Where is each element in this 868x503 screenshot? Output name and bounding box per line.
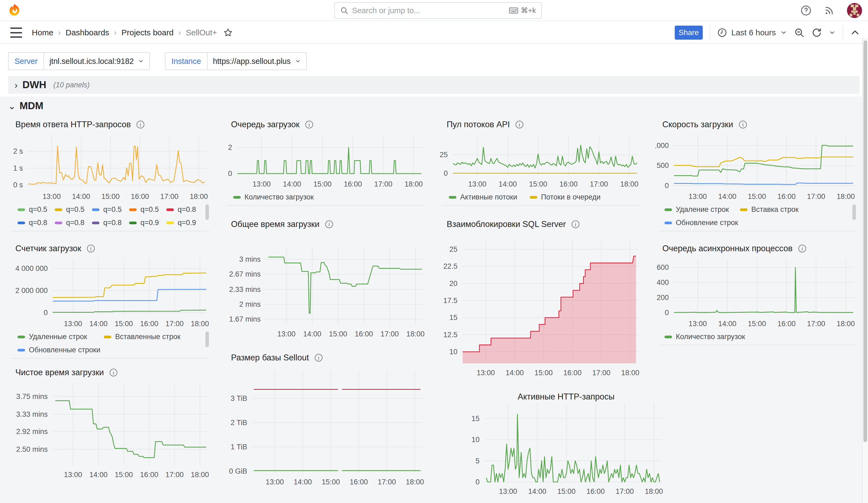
info-icon[interactable] [314, 353, 323, 362]
legend-scrollbar-thumb[interactable] [205, 204, 209, 220]
legend-series-label: Количество загрузок [676, 333, 745, 341]
chevron-down-icon: ⌄ [8, 101, 16, 111]
svg-text:18:00: 18:00 [620, 180, 639, 188]
info-icon[interactable] [325, 220, 333, 228]
menu-icon[interactable] [10, 28, 22, 38]
refresh-interval-dropdown[interactable] [829, 29, 836, 36]
info-icon[interactable] [571, 220, 580, 228]
legend-scrollbar-thumb[interactable] [205, 331, 209, 347]
user-avatar[interactable] [847, 3, 862, 18]
svg-text:3.33 mins: 3.33 mins [16, 410, 48, 418]
panel-title[interactable]: Общее время загрузки [231, 219, 319, 229]
time-series-plot[interactable]: 2.50 mins2.92 mins3.33 mins3.75 mins13:0… [8, 364, 213, 486]
share-button[interactable]: Share [675, 25, 703, 40]
svg-text:18:00: 18:00 [406, 478, 424, 486]
svg-text:17:00: 17:00 [166, 471, 184, 479]
legend-item[interactable]: Удаленные строк [18, 333, 104, 341]
svg-text:14:00: 14:00 [528, 487, 546, 495]
legend-item[interactable]: q=0.8 [166, 205, 204, 214]
legend-item[interactable]: q=0.5 [55, 205, 92, 214]
info-icon[interactable] [109, 368, 118, 377]
chevron-up-icon [850, 28, 860, 38]
panel-title[interactable]: Очередь асинхронных процессов [662, 244, 793, 253]
page-scrollbar-thumb[interactable] [864, 40, 867, 442]
zoom-out-icon [794, 28, 804, 38]
info-icon[interactable] [305, 120, 313, 129]
row-dwh[interactable]: › DWH (10 panels) [8, 76, 859, 94]
breadcrumb-dashboards[interactable]: Dashboards [65, 28, 109, 37]
legend-item[interactable]: q=0.9 [129, 219, 166, 227]
legend-item[interactable]: Удаление строк [664, 205, 740, 214]
time-series-plot[interactable]: 05101513:0014:0015:0016:0017:0018:00 [458, 388, 674, 503]
row-dwh-title: DWH [22, 79, 46, 91]
search-input[interactable]: Search or jump to... ⌘+k [334, 2, 542, 19]
panel-title[interactable]: Время ответа HTTP-запросов [16, 120, 131, 130]
svg-text:16:00: 16:00 [131, 193, 149, 201]
zoom-out-button[interactable] [794, 28, 804, 38]
info-icon[interactable] [515, 120, 524, 129]
legend-item[interactable]: Вставленные строк [104, 333, 190, 341]
time-series-plot[interactable]: 1.67 mins2 mins2.33 mins2.67 mins3 mins1… [224, 216, 428, 338]
legend-item[interactable]: Потоки в очереди [530, 193, 611, 201]
svg-text:18:00: 18:00 [406, 330, 425, 338]
legend-item[interactable]: q=0.5 [92, 205, 129, 214]
help-icon[interactable] [800, 5, 812, 16]
page-scrollbar[interactable] [862, 38, 868, 503]
legend-item[interactable]: Обновленные строки [18, 346, 104, 354]
panel-title[interactable]: Чистое время загрузки [16, 368, 104, 377]
panel-title[interactable]: Размер базы Sellout [231, 353, 309, 362]
panel-title[interactable]: Скорость загрузки [662, 120, 733, 130]
legend-item[interactable]: Количество загрузок [233, 193, 416, 201]
legend-item[interactable]: Активные потоки [449, 193, 530, 201]
svg-text:15:00: 15:00 [115, 320, 133, 328]
legend-series-color [166, 222, 174, 224]
legend-item[interactable]: q=0.5 [18, 205, 55, 214]
panel-p3: Пул потоков API02513:0014:0015:0016:0017… [440, 116, 644, 200]
grafana-logo[interactable] [8, 3, 22, 18]
row-mdm[interactable]: ⌄ MDM [8, 100, 43, 112]
legend-series-label: Обновление строк [676, 219, 738, 227]
refresh-button[interactable] [812, 28, 822, 38]
legend-item[interactable]: Обновление строк [664, 219, 740, 227]
breadcrumb-home[interactable]: Home [32, 28, 53, 37]
collapse-topbar-button[interactable] [850, 28, 860, 38]
legend-item[interactable]: q=0.8 [55, 219, 92, 227]
panel-p1: Время ответа HTTP-запросов0 s1 s2 s13:00… [8, 116, 213, 225]
legend-series-color [664, 208, 672, 211]
svg-text:16:00: 16:00 [777, 193, 796, 201]
legend-scrollbar-thumb[interactable] [852, 204, 856, 220]
favorite-star-icon[interactable] [224, 28, 232, 37]
legend-item[interactable]: q=0.5 [129, 205, 166, 214]
legend-item[interactable]: q=0.8 [18, 219, 55, 227]
variable-server: Server jtnl.sellout.ics.local:9182 [8, 52, 150, 70]
svg-text:16:00: 16:00 [777, 320, 796, 328]
panel-header: Скорость загрузки [662, 120, 747, 130]
svg-text:10: 10 [450, 348, 457, 356]
legend-item[interactable]: q=0.9 [166, 219, 204, 227]
panel-title[interactable]: Пул потоков API [447, 120, 510, 130]
panel-title[interactable]: Взаимоблокировки SQL Server [447, 219, 566, 229]
legend-item[interactable]: Количество загрузок [664, 333, 848, 341]
svg-text:2 000 000: 2 000 000 [16, 287, 48, 295]
info-icon[interactable] [136, 120, 145, 129]
info-icon[interactable] [798, 244, 807, 253]
panel-title[interactable]: Счетчик загрузок [16, 244, 81, 253]
variable-server-value[interactable]: jtnl.sellout.ics.local:9182 [44, 52, 150, 70]
svg-text:16:00: 16:00 [587, 487, 605, 495]
legend-item[interactable]: Вставка строк [740, 205, 815, 214]
time-range-picker[interactable]: Last 6 hours [717, 28, 787, 38]
svg-text:15:00: 15:00 [115, 471, 133, 479]
svg-text:16:00: 16:00 [140, 320, 158, 328]
breadcrumb-projects-board[interactable]: Projects board [121, 28, 173, 37]
time-series-plot[interactable]: 1012.51517.52022.52513:0014:0015:0016:00… [440, 216, 644, 377]
panel-title[interactable]: Очередь загрузок [231, 120, 299, 130]
legend-series-label: Удаление строк [676, 205, 729, 214]
info-icon[interactable] [86, 244, 95, 253]
svg-text:0: 0 [665, 182, 669, 190]
legend-item[interactable]: q=0.8 [92, 219, 129, 227]
panel-title[interactable]: Активные HTTP-запросы [518, 392, 614, 402]
news-rss-icon[interactable] [824, 5, 835, 16]
time-series-plot[interactable]: 0 GiB1 TiB2 TiB3 TiB13:0014:0015:0016:00… [224, 349, 428, 492]
info-icon[interactable] [738, 120, 747, 129]
variable-instance-value[interactable]: https://app.sellout.plus [208, 52, 307, 70]
